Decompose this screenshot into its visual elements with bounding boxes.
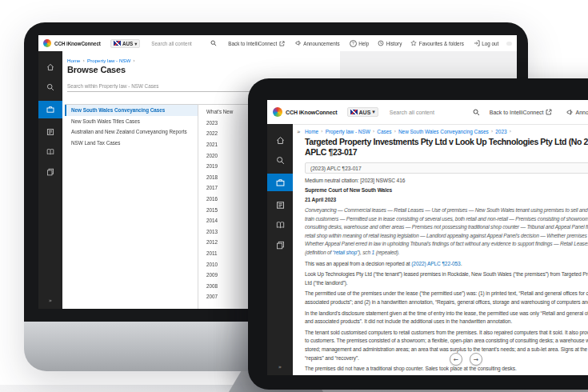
sidebar-item-documents[interactable] [267, 238, 293, 251]
nav-favourites[interactable]: Favourites & folders [410, 40, 464, 46]
breadcrumb-link[interactable]: Property law - NSW [326, 129, 370, 134]
breadcrumb-separator: › [373, 128, 375, 134]
year-item[interactable]: 2018 [206, 172, 233, 183]
search-icon[interactable] [473, 109, 480, 116]
sidebar-item-documents[interactable] [38, 166, 62, 178]
year-item[interactable]: 2011 [206, 248, 233, 259]
year-item[interactable]: 2008 [206, 281, 233, 292]
year-item[interactable]: 2022 [206, 128, 233, 139]
inline-citation-link[interactable]: “retail shop” [333, 250, 358, 255]
year-item[interactable]: 2017 [206, 182, 233, 194]
global-search-input[interactable] [390, 110, 441, 115]
australia-flag-icon [350, 110, 358, 114]
doc-paragraph: The premises did not have a traditional … [305, 365, 588, 374]
year-item[interactable]: 2023 [206, 118, 233, 129]
sidebar-item-cases[interactable] [267, 174, 293, 191]
breadcrumb-link[interactable]: Property law - NSW [87, 58, 130, 63]
year-item[interactable]: 2019 [206, 161, 233, 172]
year-item[interactable]: 2009 [206, 270, 233, 281]
sidebar-item-news[interactable] [267, 198, 293, 211]
page-title: Browse Cases [67, 65, 126, 74]
case-list-item[interactable]: New South Wales Titles Cases [65, 116, 198, 127]
paragraph-list: Conveyancing — Commercial leases — Retai… [305, 206, 588, 374]
breadcrumb-link[interactable]: Home [305, 129, 318, 134]
year-item[interactable]: 2016 [206, 194, 233, 205]
doc-paragraph: The tenant sold customised computers to … [305, 329, 588, 362]
neutral-citation: Medium neutral citation: [2023] NSWSC 41… [305, 178, 588, 183]
case-list-item[interactable]: Australian and New Zealand Conveyancing … [65, 126, 198, 138]
inline-citation-link[interactable]: (2022) APLC ¶22-053 [411, 261, 460, 266]
document-pager: ← → [450, 353, 482, 366]
breadcrumb-link[interactable]: New South Wales Conveyancing Cases [398, 129, 489, 134]
region-selector[interactable]: AUS ▾ [347, 107, 378, 117]
sidebar-item-news[interactable] [38, 126, 62, 138]
region-code: AUS [359, 110, 371, 115]
nav-label: Announcements [303, 41, 340, 46]
search-icon[interactable] [210, 40, 217, 46]
list-divider-vertical [198, 104, 198, 309]
case-list-item[interactable]: NSW Land Tax Cases [65, 138, 198, 149]
region-selector[interactable]: AUS ▾ [110, 39, 140, 48]
breadcrumb: Home› Property law - NSW› Cases› New Sou… [305, 128, 514, 134]
region-code: AUS [122, 41, 133, 46]
year-item[interactable]: What's New [206, 106, 233, 118]
sidebar-item-home[interactable] [38, 61, 62, 74]
year-item[interactable]: 2015 [206, 204, 233, 215]
doc-paragraph: Look Up Technologies Pty Ltd (“the tenan… [305, 270, 588, 287]
paragraph-text: Look Up Technologies Pty Ltd (“the tenan… [305, 271, 588, 286]
paragraph-text: (repealed). [374, 250, 399, 255]
doc-paragraph: This was an appeal from a decision repor… [305, 260, 588, 269]
nav-help[interactable]: ? Help [350, 40, 369, 47]
citation-box: (2023) APLC ¶23-017 [305, 162, 588, 174]
previous-document-button[interactable]: ← [450, 353, 462, 366]
next-document-button[interactable]: → [470, 353, 482, 366]
year-item[interactable]: 2021 [206, 139, 233, 150]
breadcrumb-separator: › [321, 128, 323, 134]
sidebar-expand-button[interactable]: » [49, 298, 52, 304]
sidebar-item-book[interactable] [38, 146, 62, 158]
nav-label: Favourites & folders [419, 41, 464, 46]
back-to-intelliconnect-link[interactable]: Back to IntelliConnect [228, 41, 284, 46]
case-list-label: Australian and New Zealand Conveyancing … [71, 129, 187, 134]
nav-history[interactable]: History [378, 40, 402, 46]
year-item[interactable]: 2012 [206, 237, 233, 248]
brand-name: CCH iKnowConnect [286, 110, 338, 115]
front-monitor: CCH iKnowConnect AUS ▾ Back to IntelliCo… [248, 78, 588, 390]
breadcrumb-link[interactable]: 2023 [495, 129, 506, 134]
paragraph-text: The permitted use of the premises under … [305, 290, 588, 305]
breadcrumb-link[interactable]: Cases [377, 129, 391, 134]
nav-announcements[interactable]: Announcements [566, 109, 588, 116]
history-icon [378, 40, 384, 46]
sidebar-item-home[interactable] [267, 134, 293, 146]
nav-announcements[interactable]: Announcements [295, 40, 340, 46]
back-to-intelliconnect-link[interactable]: Back to IntelliConnect [490, 109, 552, 115]
case-list-item[interactable]: New South Wales Conveyancing Cases [65, 105, 198, 116]
back-link-label: Back to IntelliConnect [228, 41, 277, 46]
year-item[interactable]: 2020 [206, 150, 233, 161]
sidebar-item-book[interactable] [267, 218, 293, 231]
help-icon: ? [350, 40, 357, 47]
nav-logout[interactable]: Log out [474, 40, 499, 46]
year-item[interactable]: 2010 [206, 258, 233, 270]
sidebar-item-search[interactable] [267, 154, 293, 166]
year-item[interactable]: 2014 [206, 215, 233, 226]
breadcrumb-link[interactable]: Home [67, 58, 81, 63]
breadcrumb-separator: › [510, 128, 512, 134]
paragraph-text: This was an appeal from a decision repor… [305, 261, 411, 266]
user-name-redacted [506, 42, 512, 46]
app-header: CCH iKnowConnect AUS ▾ Back to IntelliCo… [38, 35, 517, 52]
sidebar-expand-button[interactable]: » [278, 364, 282, 370]
year-item[interactable]: 2007 [206, 291, 233, 302]
star-icon [410, 40, 417, 46]
year-item[interactable]: 2013 [206, 226, 233, 238]
sidebar-item-search[interactable] [38, 81, 62, 94]
document-body: Targeted Property Investments Pty Ltd v … [305, 137, 588, 375]
panel-expand-button[interactable]: » [297, 128, 301, 135]
global-search-input[interactable] [151, 41, 198, 46]
megaphone-icon [295, 40, 302, 46]
court-name: Supreme Court of New South Wales [305, 187, 588, 193]
sidebar-item-cases[interactable] [38, 101, 62, 118]
australia-flag-icon [114, 41, 121, 46]
paragraph-text: The tenant sold customised computers to … [305, 330, 588, 361]
breadcrumb-separator: › [394, 128, 396, 134]
